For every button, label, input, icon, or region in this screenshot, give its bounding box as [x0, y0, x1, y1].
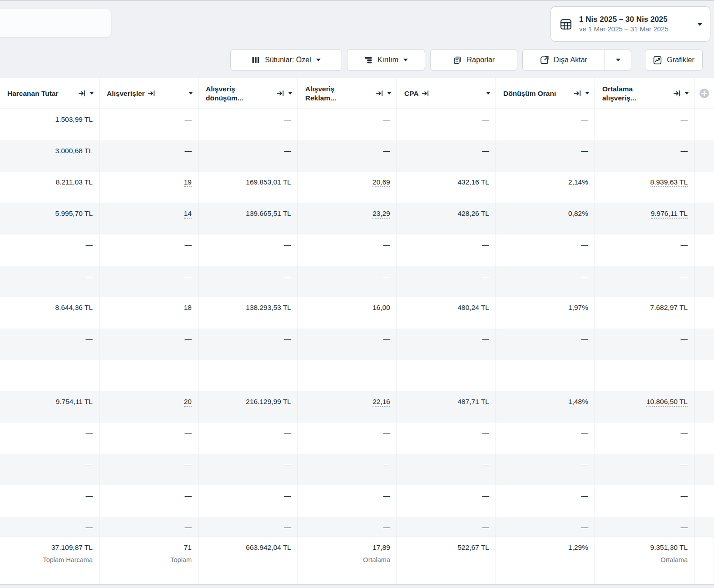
export-icon: [540, 56, 549, 65]
export-options-button[interactable]: [605, 50, 631, 70]
cell-avg-purchase: —: [595, 360, 694, 391]
reports-button[interactable]: Raporlar: [430, 49, 517, 71]
cell-conversion-rate: —: [496, 140, 595, 172]
cell-spent: 1.503,99 TL: [0, 109, 99, 140]
total-cell-purchase-conversion-value: 663.942,04 TL: [198, 537, 298, 584]
chevron-down-icon[interactable]: [288, 92, 292, 95]
charts-button-label: Grafikler: [667, 56, 694, 64]
cell-empty: [694, 391, 714, 423]
column-header-label: Alışveriş dönüşüm...: [206, 85, 259, 103]
cell-spent: 8.211,03 TL: [0, 172, 99, 203]
chevron-down-icon: [697, 23, 703, 26]
chevron-down-icon[interactable]: [189, 92, 193, 95]
cell-conversion-rate: —: [496, 454, 595, 485]
cell-purchase-conversion-value: —: [198, 329, 298, 360]
total-value: 663.942,04 TL: [202, 543, 291, 552]
ads-manager-screen: 1 Nis 2025 – 30 Nis 2025 ve 1 Mar 2025 –…: [0, 0, 714, 588]
cell-conversion-rate: 0,82%: [496, 203, 595, 234]
cell-avg-purchase: —: [595, 140, 694, 172]
add-column-button[interactable]: [694, 78, 714, 109]
cell-purchase-roas[interactable]: 20,69: [298, 172, 397, 203]
cell-purchase-conversion-value: —: [198, 234, 298, 266]
chevron-down-icon[interactable]: [90, 92, 94, 95]
metrics-table: Harcanan TutarAlışverişlerAlışveriş dönü…: [0, 78, 714, 584]
cell-conversion-rate: 1,97%: [496, 297, 595, 329]
cell-purchases: 18: [99, 297, 198, 329]
blank-tab-card[interactable]: [0, 9, 111, 37]
cell-spent: 8.644,36 TL: [0, 297, 99, 329]
chevron-down-icon: [616, 59, 620, 61]
chevron-down-icon[interactable]: [585, 92, 589, 95]
cell-conversion-rate: —: [496, 329, 595, 360]
column-header-conversion-rate[interactable]: Dönüşüm Oranı: [496, 78, 595, 109]
cell-avg-purchase: —: [595, 485, 694, 517]
export-button[interactable]: Dışa Aktar: [523, 50, 605, 70]
cell-purchase-roas: —: [298, 266, 397, 297]
column-header-avg-purchase[interactable]: Ortalama alışveriş...: [595, 78, 694, 109]
cell-avg-purchase: —: [595, 329, 694, 360]
chevron-down-icon[interactable]: [387, 92, 391, 95]
bottom-scroll-strip[interactable]: [0, 584, 714, 588]
cell-purchases[interactable]: 14: [99, 203, 198, 234]
cell-conversion-rate: —: [496, 517, 595, 537]
cell-purchase-roas[interactable]: 23,29: [298, 203, 397, 234]
cell-purchase-roas: —: [298, 360, 397, 391]
breakdown-button[interactable]: Kırılım: [347, 49, 425, 71]
table-row: 3.000,68 TL——————: [0, 140, 714, 172]
cell-purchase-roas[interactable]: 22,16: [298, 391, 397, 423]
column-header-purchases[interactable]: Alışverişler: [99, 78, 198, 109]
column-header-label: Harcanan Tutar: [7, 89, 59, 98]
charts-button[interactable]: Grafikler: [645, 49, 703, 71]
reports-button-label: Raporlar: [467, 56, 495, 64]
cell-spent: 3.000,68 TL: [0, 140, 99, 172]
breakdown-button-label: Kırılım: [377, 56, 398, 64]
cell-purchases: —: [99, 266, 198, 297]
total-cell-purchases: 71Toplam: [99, 537, 198, 584]
cell-spent: —: [0, 360, 99, 391]
cell-purchase-roas: —: [298, 329, 397, 360]
cell-purchase-conversion-value: —: [198, 485, 298, 517]
cell-purchase-conversion-value: —: [198, 360, 298, 391]
total-value: 522,67 TL: [401, 543, 489, 552]
cell-purchases[interactable]: 19: [99, 172, 198, 203]
cell-cpa: —: [397, 485, 496, 517]
columns-button[interactable]: Sütunlar: Özel: [230, 49, 342, 71]
cell-purchases: —: [99, 454, 198, 485]
chevron-down-icon[interactable]: [685, 92, 689, 95]
cell-cpa: —: [397, 329, 496, 360]
column-header-purchase-roas[interactable]: Alışveriş Reklam...: [298, 78, 397, 109]
cell-purchases: —: [99, 360, 198, 391]
cell-conversion-rate: —: [496, 234, 595, 266]
table-row: ———————: [0, 454, 714, 485]
column-header-cpa[interactable]: CPA: [397, 78, 496, 109]
cell-empty: [694, 266, 714, 297]
chevron-down-icon[interactable]: [486, 92, 490, 95]
table-row: 5.995,70 TL14139.665,51 TL23,29428,26 TL…: [0, 203, 714, 234]
column-header-spent[interactable]: Harcanan Tutar: [0, 78, 99, 109]
column-header-purchase-conversion-value[interactable]: Alışveriş dönüşüm...: [198, 78, 298, 109]
arrow-to-bar-icon: [574, 90, 582, 97]
cell-spent: —: [0, 454, 99, 485]
column-header-label: Alışveriş Reklam...: [305, 85, 359, 103]
total-value: 71: [103, 543, 192, 552]
table-row: ———————: [0, 360, 714, 391]
cell-empty: [694, 423, 714, 454]
calendar-icon: [559, 17, 573, 31]
total-cell-spent: 37.109,87 TLToplam Harcama: [0, 537, 99, 584]
cell-avg-purchase[interactable]: 10.806,50 TL: [595, 391, 694, 423]
cell-empty: [694, 485, 714, 517]
cell-purchase-roas: —: [298, 140, 397, 172]
cell-empty: [694, 537, 714, 584]
date-range-picker[interactable]: 1 Nis 2025 – 30 Nis 2025 ve 1 Mar 2025 –…: [550, 6, 710, 42]
cell-empty: [694, 360, 714, 391]
cell-empty: [694, 140, 714, 172]
cell-avg-purchase[interactable]: 9.976,11 TL: [595, 203, 694, 234]
cell-empty: [694, 454, 714, 485]
cell-purchases[interactable]: 20: [99, 391, 198, 423]
chevron-down-icon: [403, 59, 408, 61]
cell-purchase-conversion-value: —: [198, 423, 298, 454]
cell-avg-purchase[interactable]: 8.939,63 TL: [595, 172, 694, 203]
date-range-comparison: ve 1 Mar 2025 – 31 Mar 2025: [579, 25, 669, 33]
cell-purchase-roas: —: [298, 454, 397, 485]
cell-cpa: —: [397, 266, 496, 297]
